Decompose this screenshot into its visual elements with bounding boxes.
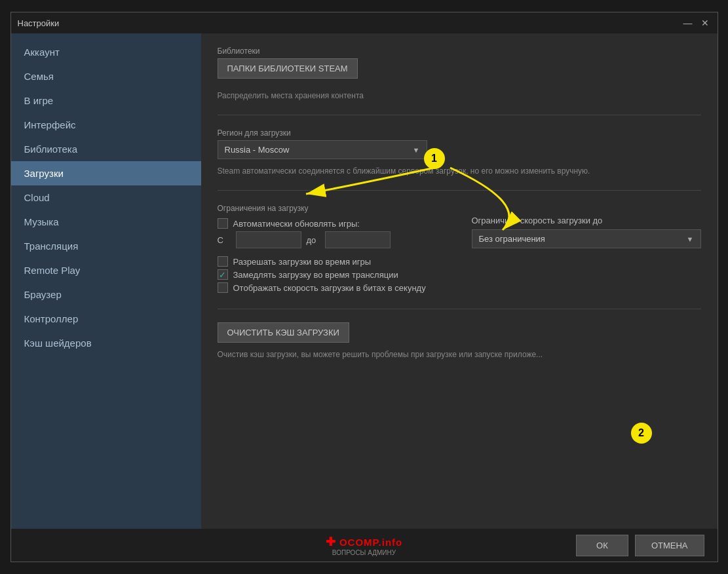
allow-game-label: Разрешать загрузки во время игры: [233, 257, 372, 267]
window-controls: — ✕: [682, 17, 711, 29]
clear-cache-section: ОЧИСТИТЬ КЭШ ЗАГРУЗКИ Очистив кэш загруз…: [218, 322, 701, 360]
title-bar: Настройки — ✕: [11, 12, 718, 33]
sidebar-item-music[interactable]: Музыка: [11, 210, 201, 234]
time-from-input[interactable]: [236, 231, 301, 248]
sidebar-item-browser[interactable]: Браузер: [11, 282, 201, 307]
speed-value: Без ограничения: [479, 234, 545, 244]
clear-cache-button[interactable]: ОЧИСТИТЬ КЭШ ЗАГРУЗКИ: [218, 322, 349, 343]
allow-game-checkbox[interactable]: [218, 256, 228, 267]
restrictions-label: Ограничения на загрузку: [218, 204, 701, 213]
sidebar-item-shadercache[interactable]: Кэш шейдеров: [11, 331, 201, 355]
auto-update-row: Автоматически обновлять игры:: [218, 218, 446, 229]
sidebar-item-remoteplay[interactable]: Remote Play: [11, 258, 201, 282]
sidebar-item-account[interactable]: Аккаунт: [11, 40, 201, 64]
divider-1: [218, 115, 701, 115]
region-value: Russia - Moscow: [225, 145, 290, 155]
sidebar: АккаунтСемьяВ игреИнтерфейсБиблиотекаЗаг…: [11, 33, 201, 529]
main-content: АккаунтСемьяВ игреИнтерфейсБиблиотекаЗаг…: [11, 33, 718, 529]
annotation-2: 2: [631, 423, 652, 444]
region-dropdown[interactable]: Russia - Moscow ▼: [218, 140, 427, 159]
time-to-label: до: [307, 235, 320, 245]
sidebar-item-library[interactable]: Библиотека: [11, 137, 201, 161]
sidebar-item-controller[interactable]: Контроллер: [11, 307, 201, 331]
download-region-label: Регион для загрузки: [218, 128, 701, 138]
speed-limit-label: Ограничить скорость загрузки до: [472, 216, 701, 225]
close-button[interactable]: ✕: [699, 17, 711, 29]
main-window: Настройки — ✕ АккаунтСемьяВ игреИнтерфей…: [10, 12, 718, 562]
logo-brand: OCOMP.info: [339, 537, 402, 548]
content-area: Библиотеки ПАПКИ БИБЛИОТЕКИ STEAM Распре…: [201, 33, 718, 529]
logo-text: ✚ OCOMP.info: [326, 535, 403, 549]
throttle-row: ✓ Замедлять загрузку во время трансляции: [218, 269, 701, 280]
download-region-section: Регион для загрузки Russia - Moscow ▼ St…: [218, 128, 701, 177]
time-from-label: С: [218, 235, 231, 245]
allow-game-row: Разрешать загрузки во время игры: [218, 256, 701, 267]
checkmark-icon: ✓: [219, 270, 226, 280]
libraries-label: Библиотеки: [218, 47, 701, 56]
restrictions-section: Ограничения на загрузку Автоматически об…: [218, 204, 701, 296]
sidebar-item-ingame[interactable]: В игре: [11, 88, 201, 113]
storage-link: Распределить места хранения контента: [218, 89, 701, 102]
cancel-button[interactable]: ОТМЕНА: [635, 535, 704, 556]
sidebar-item-interface[interactable]: Интерфейс: [11, 113, 201, 137]
minimize-button[interactable]: —: [682, 17, 694, 29]
footer: ✚ OCOMP.info ВОПРОСЫ АДМИНУ ОК ОТМЕНА: [11, 529, 718, 562]
steam-folders-button[interactable]: ПАПКИ БИБЛИОТЕКИ STEAM: [218, 58, 358, 79]
time-row: С до: [218, 231, 446, 248]
logo-sub: ВОПРОСЫ АДМИНУ: [332, 549, 396, 556]
throttle-label: Замедлять загрузку во время трансляции: [233, 270, 398, 280]
time-to-input[interactable]: [325, 231, 391, 248]
sidebar-item-downloads[interactable]: Загрузки: [11, 161, 201, 185]
divider-2: [218, 190, 701, 191]
dropdown-arrow-icon: ▼: [413, 146, 420, 154]
sidebar-item-cloud[interactable]: Cloud: [11, 185, 201, 210]
divider-3: [218, 309, 701, 309]
auto-update-checkbox[interactable]: [218, 218, 228, 229]
region-desc: Steam автоматически соединяется с ближай…: [218, 166, 590, 176]
auto-update-label: Автоматически обновлять игры:: [233, 219, 360, 229]
speed-dropdown[interactable]: Без ограничения ▼: [472, 229, 701, 248]
show-bits-checkbox[interactable]: [218, 282, 228, 293]
libraries-section: Библиотеки ПАПКИ БИБЛИОТЕКИ STEAM: [218, 47, 701, 79]
window-title: Настройки: [18, 18, 60, 28]
ok-button[interactable]: ОК: [576, 535, 628, 556]
sidebar-item-family[interactable]: Семья: [11, 64, 201, 88]
show-bits-row: Отображать скорость загрузки в битах в с…: [218, 282, 701, 293]
left-col: Автоматически обновлять игры: С до: [218, 216, 446, 251]
right-col: Ограничить скорость загрузки до Без огра…: [472, 216, 701, 248]
speed-dropdown-arrow-icon: ▼: [687, 235, 694, 243]
clear-cache-desc: Очистив кэш загрузки, вы можете решить п…: [218, 350, 543, 359]
footer-logo: ✚ OCOMP.info ВОПРОСЫ АДМИНУ: [326, 535, 403, 556]
storage-label: Распределить места хранения контента: [218, 91, 364, 100]
auto-update-speed-row: Автоматически обновлять игры: С до Огран…: [218, 216, 701, 251]
show-bits-label: Отображать скорость загрузки в битах в с…: [233, 283, 426, 293]
throttle-checkbox[interactable]: ✓: [218, 269, 228, 280]
sidebar-item-broadcast[interactable]: Трансляция: [11, 234, 201, 258]
